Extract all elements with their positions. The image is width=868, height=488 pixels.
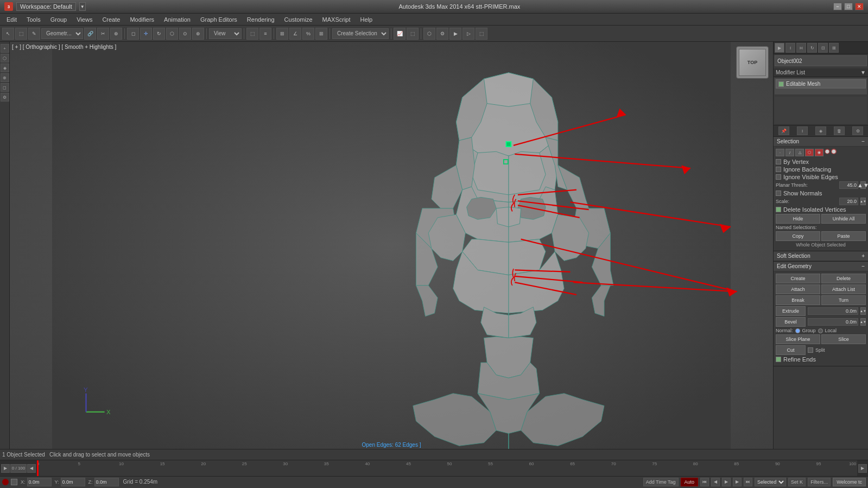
schematic-btn[interactable]: ⬚ [407,28,419,40]
ignore-visible-edges-checkbox[interactable] [776,174,781,180]
menu-graph-editors[interactable]: Graph Editors [196,15,242,24]
motion-btn[interactable]: ⊕ [1,73,9,82]
menu-group[interactable]: Group [46,15,72,24]
filters-btn[interactable]: Filters... [808,478,831,486]
scale-input[interactable] [839,198,858,205]
edit-geometry-header[interactable]: Edit Geometry − [774,262,868,271]
rpanel-tab-utilities[interactable]: ⊞ [829,43,839,53]
paste-button[interactable]: Paste [821,231,866,241]
bind-space-warp-btn[interactable]: ⊕ [110,28,122,40]
align-btn[interactable]: ≡ [259,28,271,40]
minimize-button[interactable]: − [833,3,842,10]
z-input[interactable] [94,478,119,486]
y-input[interactable] [61,478,85,486]
modify-btn[interactable]: ⬡ [1,54,9,62]
rpanel-tab-modify[interactable]: I [785,43,795,53]
nav-cube[interactable]: TOP [736,46,769,79]
modifier-list-arrow[interactable]: ▼ [860,69,866,75]
selection-header[interactable]: Selection − [774,137,868,147]
planar-thresh-input[interactable] [839,181,858,189]
ignore-backfacing-checkbox[interactable] [776,167,781,172]
mirror-btn[interactable]: ⬚ [246,28,258,40]
render-setup-btn[interactable]: ⚙ [436,28,448,40]
extrude-button[interactable]: Extrude [776,306,806,316]
next-key-btn[interactable]: ▶ [733,478,742,486]
modifier-make-unique-btn[interactable]: ◈ [815,126,826,135]
timeline-scroll-right[interactable]: ▶ [858,464,867,473]
show-normals-checkbox[interactable] [776,191,781,196]
hide-button[interactable]: Hide [776,214,820,224]
rpanel-tab-create[interactable]: ▶ [775,43,784,53]
prev-key-btn[interactable]: ◀ [711,478,720,486]
delete-isolated-checkbox[interactable] [776,207,781,212]
soft-selection-header[interactable]: Soft Selection + [774,251,868,261]
sel-dot1[interactable]: ⬤ [825,149,830,154]
attach-list-button[interactable]: Attach List [821,284,866,294]
attach-button[interactable]: Attach [776,284,820,294]
local-radio[interactable] [818,328,823,333]
view-dropdown[interactable]: View [209,28,242,39]
copy-button[interactable]: Copy [776,231,820,241]
bevel-button[interactable]: Bevel [776,317,806,327]
modifier-pin-btn[interactable]: 📌 [778,126,789,135]
snap-spinner-btn[interactable]: ⊞ [315,28,327,40]
snap-angle-btn[interactable]: ∠ [289,28,301,40]
group-radio[interactable] [795,328,800,333]
select-rotate-btn[interactable]: ↻ [153,28,165,40]
slice-plane-button[interactable]: Slice Plane [776,334,820,344]
menu-maxscript[interactable]: MAXScript [318,15,355,24]
bevel-input[interactable] [808,318,858,326]
render-frame-btn[interactable]: ⬚ [476,28,487,40]
time-mode-dropdown[interactable]: Selected [755,478,786,486]
select-move-btn[interactable]: ✛ [140,28,152,40]
by-vertex-checkbox[interactable] [776,159,781,164]
timeline-playhead[interactable] [37,460,39,476]
menu-rendering[interactable]: Rendering [243,15,279,24]
select-scale-btn[interactable]: ⬡ [166,28,178,40]
select-tool-btn[interactable]: ↖ [2,28,14,40]
add-time-tag-btn[interactable]: Add Time Tag [643,478,679,486]
utilities-btn[interactable]: ⚙ [1,93,9,102]
split-checkbox[interactable] [808,347,813,353]
curve-editor-btn[interactable]: 📈 [394,28,406,40]
workspace-dropdown[interactable]: ▼ [79,2,86,11]
menu-create[interactable]: Create [98,15,124,24]
modifier-remove-btn[interactable]: 🗑 [834,126,845,135]
menu-edit[interactable]: Edit [2,15,21,24]
freehand-select-btn[interactable]: ✎ [28,28,40,40]
edge-icon[interactable]: / [785,149,794,156]
unlink-btn[interactable]: ✂ [97,28,109,40]
menu-help[interactable]: Help [356,15,377,24]
hierarchy-btn[interactable]: ◈ [1,64,9,72]
last-frame-btn[interactable]: ⏭ [744,478,752,486]
editable-mesh-item[interactable]: Editable Mesh [776,79,866,88]
modifier-check[interactable] [778,81,784,87]
create-selection-dropdown[interactable]: Create Selection [332,28,389,39]
create-button[interactable]: Create [776,274,820,283]
polygon-icon[interactable]: ⬡ [805,149,814,156]
slice-button[interactable]: Slice [821,334,866,344]
close-button[interactable]: ✕ [855,3,864,10]
display-btn[interactable]: ◻ [1,83,9,92]
link-btn[interactable]: 🔗 [84,28,96,40]
maximize-button[interactable]: □ [844,3,853,10]
welcome-tab[interactable]: Welcome tc [833,478,866,486]
modifier-show-stack-btn[interactable]: I [797,126,808,135]
scale-spinner[interactable]: ▲▼ [860,198,866,205]
menu-views[interactable]: Views [72,15,97,24]
use-selection-center-btn[interactable]: ⊕ [192,28,204,40]
element-icon[interactable]: ◉ [815,149,823,156]
turn-button[interactable]: Turn [821,295,866,305]
timeline-play-btn[interactable]: ▶ [1,464,10,473]
menu-customize[interactable]: Customize [280,15,317,24]
select-btn[interactable]: ◻ [127,28,139,40]
face-icon[interactable]: △ [795,149,804,156]
snap-btn[interactable]: ⊞ [276,28,288,40]
set-k-btn[interactable]: Set K [788,478,806,486]
rpanel-tab-motion[interactable]: ↻ [807,43,817,53]
create-btn[interactable]: + [1,44,9,53]
delete-button[interactable]: Delete [821,274,866,283]
modifier-configure-btn[interactable]: ⚙ [852,126,863,135]
bevel-spinner[interactable]: ▲▼ [860,318,866,326]
unhide-all-button[interactable]: Unhide All [821,214,866,224]
